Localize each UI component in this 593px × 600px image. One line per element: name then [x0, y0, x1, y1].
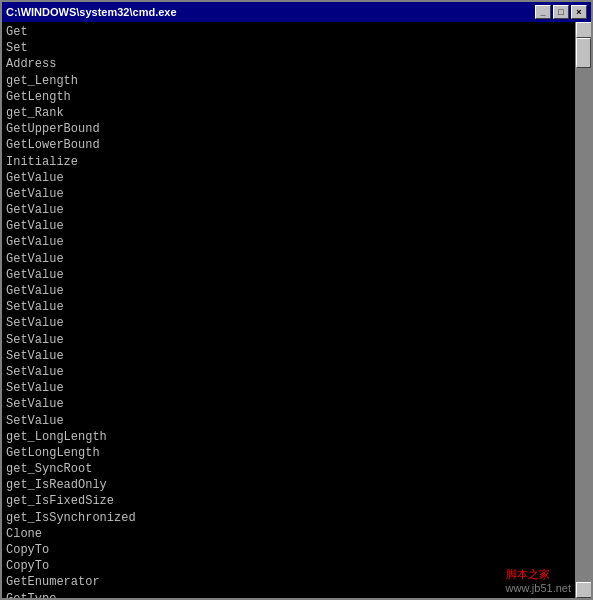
minimize-button[interactable]: _ — [535, 5, 551, 19]
window-title: C:\WINDOWS\system32\cmd.exe — [6, 6, 177, 18]
scroll-down-button[interactable]: ▼ — [576, 582, 591, 598]
scrollbar-thumb[interactable] — [576, 38, 591, 68]
scrollbar-track[interactable] — [576, 38, 591, 582]
console-area: Get Set Address get_Length GetLength get… — [2, 22, 591, 598]
title-controls: _ □ × — [535, 5, 587, 19]
watermark-text: 脚本之家 — [506, 568, 550, 580]
watermark: 脚本之家 www.jb51.net — [506, 567, 571, 594]
console-output: Get Set Address get_Length GetLength get… — [2, 22, 575, 598]
close-button[interactable]: × — [571, 5, 587, 19]
cmd-window: C:\WINDOWS\system32\cmd.exe _ □ × Get Se… — [0, 0, 593, 600]
maximize-button[interactable]: □ — [553, 5, 569, 19]
scrollbar[interactable]: ▲ ▼ — [575, 22, 591, 598]
watermark-url: www.jb51.net — [506, 582, 571, 594]
scroll-up-button[interactable]: ▲ — [576, 22, 591, 38]
title-bar: C:\WINDOWS\system32\cmd.exe _ □ × — [2, 2, 591, 22]
